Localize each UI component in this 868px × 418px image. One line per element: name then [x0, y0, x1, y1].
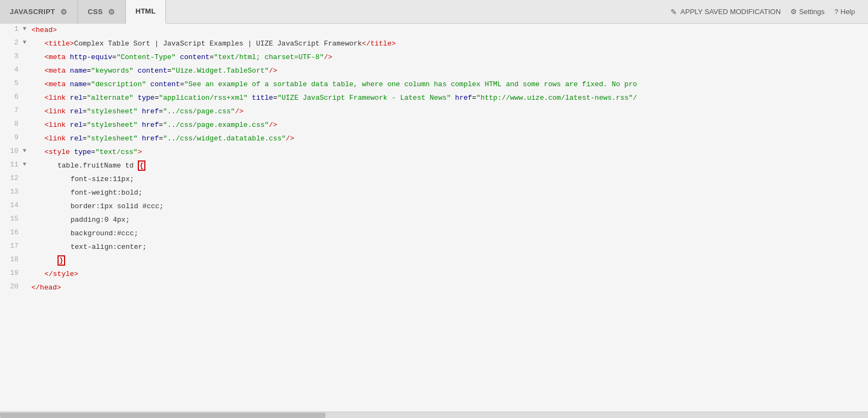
table-row: 10▼<style type="text/css">: [0, 146, 868, 159]
code-line-content: font-weight:bold;: [31, 187, 868, 200]
table-row: 5<meta name="description" content="See a…: [0, 78, 868, 92]
table-row: 7<link rel="stylesheet" href="../css/pag…: [0, 105, 868, 119]
table-row: 15padding:0 4px;: [0, 214, 868, 227]
horizontal-scrollbar[interactable]: [0, 411, 868, 418]
code-line-content: <style type="text/css">: [31, 146, 868, 159]
help-button[interactable]: ? Help: [834, 8, 855, 16]
line-number: 15: [0, 214, 23, 224]
line-number: 7: [0, 105, 23, 115]
fold-arrow: [23, 227, 31, 229]
table-row: 19</style>: [0, 268, 868, 281]
line-number: 14: [0, 200, 23, 210]
table-row: 6<link rel="alternate" type="application…: [0, 92, 868, 105]
table-row: 17text-align:center;: [0, 241, 868, 254]
code-line-content: <link rel="alternate" type="application/…: [31, 92, 868, 105]
code-line-content: <meta http-equiv="Content-Type" content=…: [31, 51, 868, 64]
table-row: 2▼<title>Complex Table Sort | JavaScript…: [0, 37, 868, 51]
fold-arrow: [23, 105, 31, 107]
top-bar: JAVASCRIPT ⚙ CSS ⚙ HTML ✎ APPLY SAVED MO…: [0, 0, 868, 24]
fold-arrow: [23, 187, 31, 188]
line-number: 8: [0, 119, 23, 129]
fold-arrow: [23, 214, 31, 215]
code-line-content: border:1px solid #ccc;: [31, 200, 868, 213]
apply-saved-modification-button[interactable]: ✎ APPLY SAVED MODIFICATION: [671, 8, 781, 16]
fold-arrow[interactable]: ▼: [23, 37, 31, 46]
line-number: 5: [0, 78, 23, 88]
tab-javascript[interactable]: JAVASCRIPT ⚙: [0, 0, 78, 24]
line-number: 18: [0, 254, 23, 265]
code-line-content: <meta name="description" content="See an…: [31, 78, 868, 91]
line-number: 20: [0, 281, 23, 292]
tab-css[interactable]: CSS ⚙: [78, 0, 126, 24]
help-icon: ?: [834, 8, 838, 16]
table-row: 20</head>: [0, 281, 868, 295]
table-row: 11▼table.fruitName td {: [0, 159, 868, 173]
table-row: 4<meta name="keywords" content="Uize.Wid…: [0, 65, 868, 78]
line-number: 6: [0, 92, 23, 102]
line-number: 4: [0, 65, 23, 75]
table-row: 1▼<head>: [0, 24, 868, 37]
line-number: 9: [0, 132, 23, 143]
table-row: 12font-size:11px;: [0, 173, 868, 187]
fold-arrow[interactable]: ▼: [23, 146, 31, 154]
code-editor: 1▼<head>2▼<title>Complex Table Sort | Ja…: [0, 24, 868, 411]
table-row: 16background:#ccc;: [0, 227, 868, 241]
line-number: 16: [0, 227, 23, 237]
code-line-content: <title>Complex Table Sort | JavaScript E…: [31, 37, 868, 50]
code-line-content: font-size:11px;: [31, 173, 868, 186]
line-number: 2: [0, 37, 23, 48]
pencil-icon: ✎: [671, 8, 677, 16]
table-row: 3<meta http-equiv="Content-Type" content…: [0, 51, 868, 65]
tab-html-label: HTML: [136, 7, 156, 15]
code-line-content: <link rel="stylesheet" href="../css/widg…: [31, 132, 868, 145]
fold-arrow: [23, 268, 31, 269]
fold-arrow: [23, 254, 31, 256]
fold-arrow: [23, 119, 31, 120]
help-label: Help: [840, 8, 855, 16]
tab-html[interactable]: HTML: [126, 0, 166, 24]
code-line-content: <head>: [31, 24, 868, 37]
line-number: 17: [0, 241, 23, 251]
line-number: 11: [0, 159, 23, 170]
gear-icon-javascript[interactable]: ⚙: [60, 8, 67, 16]
code-line-content: padding:0 4px;: [31, 214, 868, 227]
line-number: 3: [0, 51, 23, 61]
code-line-content: </style>: [31, 268, 868, 281]
line-number: 12: [0, 173, 23, 183]
line-number: 13: [0, 187, 23, 197]
fold-arrow[interactable]: ▼: [23, 159, 31, 168]
table-row: 9<link rel="stylesheet" href="../css/wid…: [0, 132, 868, 146]
gear-icon-settings: ⚙: [790, 8, 797, 16]
fold-arrow: [23, 173, 31, 175]
fold-arrow: [23, 51, 31, 53]
code-line-content: background:#ccc;: [31, 227, 868, 240]
code-line-content: <link rel="stylesheet" href="../css/page…: [31, 105, 868, 118]
code-lines: 1▼<head>2▼<title>Complex Table Sort | Ja…: [0, 24, 868, 295]
tab-javascript-label: JAVASCRIPT: [10, 8, 55, 16]
code-line-content: <link rel="stylesheet" href="../css/page…: [31, 119, 868, 132]
settings-button[interactable]: ⚙ Settings: [790, 8, 825, 16]
table-row: 18}: [0, 254, 868, 268]
table-row: 14border:1px solid #ccc;: [0, 200, 868, 214]
table-row: 13font-weight:bold;: [0, 187, 868, 200]
fold-arrow: [23, 200, 31, 202]
fold-arrow: [23, 78, 31, 80]
fold-arrow: [23, 65, 31, 66]
settings-label: Settings: [799, 8, 825, 16]
code-line-content: <meta name="keywords" content="Uize.Widg…: [31, 65, 868, 78]
line-number: 10: [0, 146, 23, 156]
fold-arrow: [23, 241, 31, 242]
fold-arrow: [23, 132, 31, 134]
code-line-content: </head>: [31, 281, 868, 294]
code-line-content: text-align:center;: [31, 241, 868, 254]
fold-arrow[interactable]: ▼: [23, 24, 31, 32]
tab-css-label: CSS: [88, 8, 103, 16]
gear-icon-css[interactable]: ⚙: [108, 8, 115, 16]
toolbar-right: ✎ APPLY SAVED MODIFICATION ⚙ Settings ? …: [671, 8, 868, 16]
code-line-content: }: [31, 254, 868, 267]
line-number: 1: [0, 24, 23, 34]
code-line-content: table.fruitName td {: [31, 159, 868, 172]
line-number: 19: [0, 268, 23, 278]
table-row: 8<link rel="stylesheet" href="../css/pag…: [0, 119, 868, 132]
scrollbar-thumb[interactable]: [0, 413, 326, 418]
